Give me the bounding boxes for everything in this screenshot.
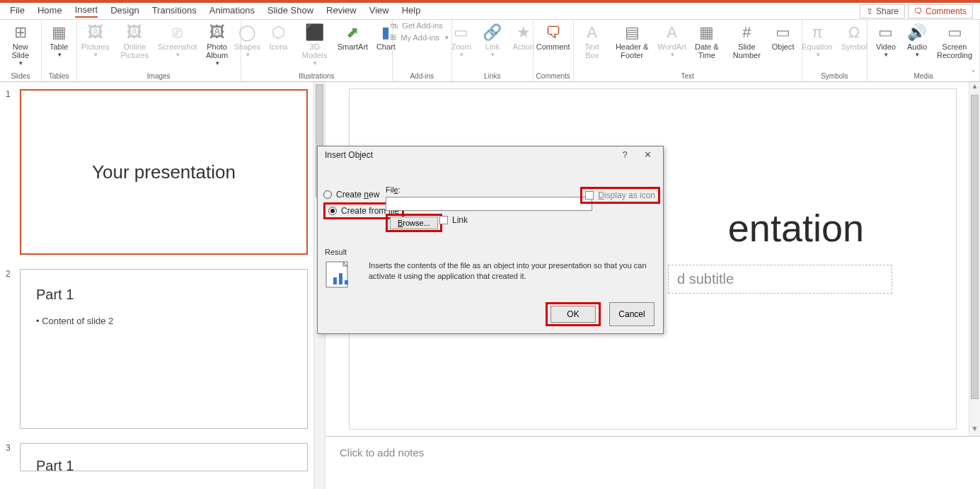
insert-object-dialog: Insert Object ? ✕ Create new Create from… [317,146,664,334]
icons-button[interactable]: ⬡Icons [265,21,293,52]
tab-animations[interactable]: Animations [209,5,255,17]
date-time-button[interactable]: ▦Date & Time [689,21,725,61]
symbol-icon: Ω [844,23,864,42]
header-footer-icon: ▤ [622,23,642,42]
group-images-label: Images [147,72,171,81]
comment-button[interactable]: 🗨Comment [534,21,573,52]
addin-icon: ⊞ [390,33,396,42]
object-button[interactable]: ▭Object [769,21,797,52]
scroll-up-icon[interactable]: ▲ [969,82,980,93]
comments-button[interactable]: 🗨 Comments [908,4,973,18]
thumbnail-slide: Your presentation [20,89,308,255]
scroll-down-icon[interactable]: ▼ [969,425,980,436]
file-path-input[interactable] [386,197,592,211]
display-as-icon-label: Display as icon [598,190,655,200]
get-addins-button[interactable]: 🛍Get Add-ins [390,21,454,30]
screenshot-button[interactable]: ⎚Screenshot [160,21,195,59]
wordart-button[interactable]: AWordArt [658,21,686,59]
group-media-label: Media [913,72,933,81]
thumbnail-3[interactable]: 3 Part 1 [0,440,313,483]
svg-rect-3 [339,273,342,284]
new-slide-icon: ⊞ [11,23,30,42]
link-checkbox[interactable]: Link [439,215,468,225]
new-slide-button[interactable]: ⊞ New Slide [4,21,37,68]
online-pictures-button[interactable]: 🖼Online Pictures [113,21,157,61]
tab-slideshow[interactable]: Slide Show [267,5,313,17]
new-slide-label: New Slide [7,42,34,59]
slide-number-button[interactable]: #Slide Number [727,21,766,61]
screen-recording-button[interactable]: ▭Screen Recording [934,21,975,61]
tab-help[interactable]: Help [402,5,421,17]
date-time-label: Date & Time [692,42,722,59]
tab-home[interactable]: Home [38,5,62,17]
thumbnail-title: Part 1 [36,287,74,303]
group-symbols: πEquation ΩSymbol Symbols [802,20,867,81]
video-button[interactable]: ▭Video [872,21,900,59]
checkbox-icon [439,216,448,224]
tab-design[interactable]: Design [110,5,139,17]
pictures-icon: 🖼 [86,23,105,42]
cancel-button[interactable]: Cancel [609,302,655,326]
symbol-button[interactable]: ΩSymbol [838,21,870,52]
share-button[interactable]: ⇪ Share [860,4,905,18]
dialog-close-button[interactable]: ✕ [636,149,659,160]
dialog-help-button[interactable]: ? [613,149,636,160]
audio-button[interactable]: 🔊Audio [903,21,931,59]
smartart-button[interactable]: ⬈SmartArt [337,21,369,52]
equation-button[interactable]: πEquation [799,21,835,59]
get-addins-label: Get Add-ins [402,21,442,30]
textbox-button[interactable]: AText Box [578,21,606,61]
ribbon: ⊞ New Slide Slides ▦ Table Tables 🖼Pictu… [0,20,980,82]
slide-number-icon: # [737,23,756,42]
smartart-label: SmartArt [338,42,368,51]
photo-album-label: Photo Album [200,42,233,59]
group-addins-label: Add-ins [410,72,434,81]
group-tables-label: Tables [49,72,69,81]
tab-review[interactable]: Review [326,5,357,17]
result-icon [325,260,359,289]
3d-models-icon: ⬛ [305,23,325,42]
slide-subtitle-placeholder[interactable]: d subtitle [668,265,892,294]
icons-icon: ⬡ [269,23,289,42]
thumbnail-number: 2 [6,269,14,429]
table-button[interactable]: ▦ Table [45,21,73,59]
collapse-ribbon-button[interactable]: ˄ [972,69,976,79]
header-footer-label: Header & Footer [612,42,652,59]
dialog-titlebar[interactable]: Insert Object ? ✕ [318,146,663,163]
group-comments-label: Comments [536,72,570,81]
3d-models-button[interactable]: ⬛3D Models [296,21,334,68]
file-label: File: [386,185,592,194]
zoom-button[interactable]: ▭Zoom [447,21,475,59]
slide-subtitle-text: d subtitle [677,271,734,287]
tab-view[interactable]: View [369,5,389,17]
link-label: Link [485,42,500,51]
online-pictures-icon: 🖼 [125,23,144,42]
canvas-scrollbar-vertical[interactable]: ▲ ▼ [969,82,980,436]
pictures-label: Pictures [81,42,110,51]
tab-insert[interactable]: Insert [75,4,98,18]
tab-file[interactable]: File [10,5,25,17]
group-symbols-label: Symbols [821,72,848,81]
screen-recording-label: Screen Recording [937,42,972,59]
header-footer-button[interactable]: ▤Header & Footer [609,21,655,61]
comments-label: Comments [926,6,967,16]
shapes-button[interactable]: ◯Shapes [233,21,262,59]
photo-album-button[interactable]: 🖼Photo Album [197,21,236,68]
shapes-label: Shapes [234,42,260,51]
pictures-button[interactable]: 🖼Pictures [81,21,110,59]
ok-button[interactable]: OK [550,306,596,323]
share-icon: ⇪ [866,6,873,16]
slide-number-label: Slide Number [730,42,763,59]
tab-transitions[interactable]: Transitions [152,5,197,17]
link-button[interactable]: 🔗Link [478,21,507,59]
object-icon: ▭ [773,23,793,42]
scrollbar-handle[interactable] [971,95,979,399]
display-as-icon-checkbox[interactable]: Display as icon [585,190,655,200]
thumbnail-2[interactable]: 2 Part 1 • Content of slide 2 [0,266,313,440]
browse-button[interactable]: Browse... [390,217,438,229]
my-addins-button[interactable]: ⊞My Add-ins [390,33,454,42]
slide-title[interactable]: entation [728,206,864,250]
thumbnail-1[interactable]: 1 Your presentation [0,86,313,266]
notes-pane[interactable]: Click to add notes [325,436,980,489]
table-label: Table [50,42,68,51]
